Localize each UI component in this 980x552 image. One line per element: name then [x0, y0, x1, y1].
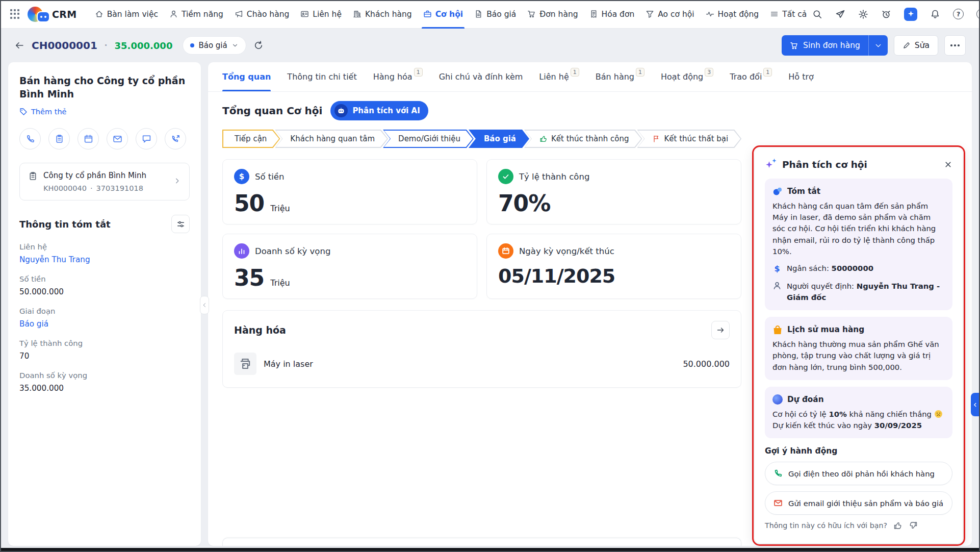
close-icon[interactable]: [944, 160, 952, 169]
right-panel-toggle[interactable]: [971, 393, 979, 416]
store-app-icon[interactable]: [904, 8, 917, 21]
thumbs-down-icon[interactable]: [909, 521, 918, 530]
stage-khach-hang-quan-tam[interactable]: Khách hàng quan tâm: [275, 130, 388, 148]
refresh-button[interactable]: [253, 40, 264, 51]
analyze-with-ai-button[interactable]: Phân tích với AI: [330, 101, 428, 120]
nav-all[interactable]: Tất cả: [764, 0, 812, 29]
stage-ket-thuc-that-bai[interactable]: Kết thúc thất bại: [637, 130, 741, 148]
record-amount: 35.000.000: [115, 40, 173, 51]
ellipsis-icon: [950, 44, 960, 46]
summary-block-title: Tóm tắt: [787, 186, 820, 197]
brand-logo[interactable]: CRM: [28, 6, 77, 22]
call-action-button[interactable]: [19, 128, 41, 149]
ai-analysis-panel: Phân tích cơ hội Tóm tắt Khách hàng cần …: [755, 148, 963, 543]
send-icon[interactable]: [835, 9, 845, 19]
more-actions-button[interactable]: [944, 35, 966, 56]
topnav-right: HT: [812, 6, 980, 23]
company-card[interactable]: Công ty cổ phần Bình Minh KH0000040 · 37…: [19, 163, 190, 200]
goods-open-button[interactable]: [711, 321, 730, 339]
nav-quotes[interactable]: Báo giá: [469, 0, 522, 29]
tab-notes-attachments[interactable]: Ghi chú và đính kèm: [439, 62, 523, 91]
calendar-icon: [498, 243, 513, 259]
separator: ·: [105, 41, 108, 50]
stage-label: Demo/Giới thiệu: [398, 134, 460, 143]
stage-demo-gioi-thieu[interactable]: Demo/Giới thiệu: [383, 130, 474, 148]
thumbs-up-icon[interactable]: [893, 521, 902, 530]
search-icon[interactable]: [812, 9, 822, 19]
back-button[interactable]: [14, 40, 24, 51]
goods-card: Hàng hóa Máy in laser 50.000.000: [222, 310, 741, 388]
nav-activities[interactable]: Hoạt động: [700, 0, 765, 29]
tab-sales[interactable]: Bán hàng1: [596, 62, 644, 91]
decision-maker-text: Người quyết định: Nguyễn Thu Trang - Giá…: [787, 281, 945, 303]
nav-campaigns[interactable]: Chào hàng: [229, 0, 295, 29]
thumbs-up-icon: [539, 135, 548, 143]
stage-tiep-can[interactable]: Tiếp cận: [222, 130, 280, 148]
suggestion-email-button[interactable]: Gửi email giới thiệu sản phẩm và báo giá: [765, 491, 952, 515]
email-action-button[interactable]: [107, 128, 128, 149]
more-apps-icon[interactable]: [976, 9, 980, 19]
chevron-left-icon: [201, 302, 208, 308]
decision-maker-row: Người quyết định: Nguyễn Thu Trang - Giá…: [772, 281, 945, 303]
tab-overview[interactable]: Tổng quan: [222, 62, 271, 91]
chat-action-button[interactable]: [136, 128, 157, 149]
prediction-close-date: 30/09/2025: [874, 421, 922, 430]
budget-row: $ Ngân sách: 50000000: [772, 263, 945, 275]
nav-customers[interactable]: Khách hàng: [347, 0, 418, 29]
nav-label: Hoạt động: [718, 10, 759, 19]
tab-details[interactable]: Thông tin chi tiết: [287, 62, 356, 91]
nav-invoices[interactable]: Hóa đơn: [584, 0, 640, 29]
budget-label: Ngân sách:: [787, 264, 829, 272]
tab-activities[interactable]: Hoạt động3: [661, 62, 713, 91]
cart-icon: [527, 10, 536, 18]
sad-emoji-icon: [934, 410, 943, 418]
tab-goods[interactable]: Hàng hóa1: [373, 62, 423, 91]
field-label: Giai đoạn: [19, 307, 190, 315]
settings-icon[interactable]: [858, 9, 868, 19]
edit-button[interactable]: Sửa: [894, 35, 938, 56]
tab-contacts[interactable]: Liên hệ1: [539, 62, 579, 91]
tab-support[interactable]: Hỗ trợ: [788, 62, 814, 91]
chevron-right-icon[interactable]: [173, 177, 181, 187]
notification-icon[interactable]: [930, 9, 940, 19]
nav-orders[interactable]: Đơn hàng: [522, 0, 583, 29]
stage-ket-thuc-thanh-cong[interactable]: Kết thúc thành công: [524, 130, 642, 148]
record-sidebar: Bán hàng cho Công ty cổ phần Bình Minh T…: [8, 62, 201, 546]
field-value-link[interactable]: Nguyễn Thu Trang: [19, 255, 190, 264]
feedback-row: Thông tin này có hữu ích với bạn?: [765, 521, 952, 530]
note-action-button[interactable]: [48, 128, 70, 149]
nav-opportunities[interactable]: Cơ hội: [418, 0, 469, 29]
next-section-card: [222, 538, 741, 546]
calendar-action-button[interactable]: [78, 128, 99, 149]
help-icon[interactable]: [953, 9, 964, 19]
add-tag-link[interactable]: Thêm thẻ: [19, 108, 190, 116]
nav-contacts[interactable]: Liên hệ: [295, 0, 347, 29]
chevron-left-icon: [972, 402, 978, 408]
nav-leads[interactable]: Tiềm năng: [164, 0, 229, 29]
tab-label: Hoạt động: [661, 72, 703, 82]
field-settings-button[interactable]: [171, 215, 190, 233]
stage-dot-icon: [190, 43, 194, 47]
stage-bao-gia[interactable]: Báo giá: [469, 130, 529, 148]
field-value-link[interactable]: Báo giá: [19, 319, 190, 329]
building-icon: [353, 10, 362, 18]
generate-order-caret-button[interactable]: [868, 35, 888, 56]
tab-label: Tổng quan: [222, 72, 271, 82]
nav-label: Đơn hàng: [539, 10, 578, 19]
call-out-action-button[interactable]: [165, 128, 186, 149]
tab-discussions[interactable]: Trao đổi1: [730, 62, 772, 91]
nav-workspace[interactable]: Bàn làm việc: [89, 0, 164, 29]
flag-icon: [652, 135, 660, 143]
generate-order-button[interactable]: Sinh đơn hàng: [782, 35, 868, 56]
nav-opportunity-pool[interactable]: Ao cơ hội: [640, 0, 700, 29]
reminder-icon[interactable]: [881, 9, 891, 19]
app-launcher-icon[interactable]: [10, 9, 19, 19]
goods-item-row[interactable]: Máy in laser 50.000.000: [234, 348, 730, 379]
call-forward-icon: [171, 134, 180, 144]
stage-dropdown[interactable]: Báo giá: [183, 36, 246, 55]
stat-value: 70%: [498, 190, 550, 216]
sidebar-collapse-handle[interactable]: [200, 296, 209, 314]
edit-label: Sửa: [915, 41, 930, 50]
suggestion-call-button[interactable]: Gọi điện theo dõi phản hồi khách hàng: [765, 462, 952, 485]
company-code: KH0000040: [43, 184, 87, 192]
